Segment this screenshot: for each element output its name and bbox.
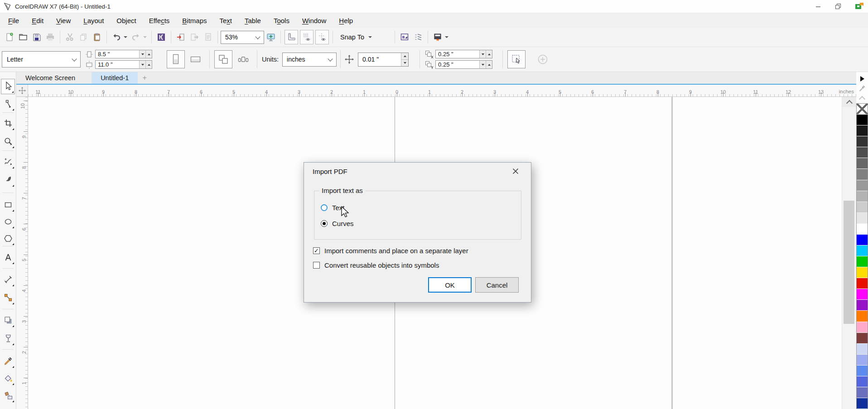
text-tool-icon[interactable] [1, 250, 15, 265]
color-swatch[interactable] [857, 300, 868, 311]
color-swatch[interactable] [857, 180, 868, 191]
decrement-icon[interactable] [479, 61, 486, 68]
scrollbar-thumb[interactable] [844, 201, 854, 324]
color-swatch[interactable] [857, 278, 868, 289]
application-launcher-icon[interactable] [398, 29, 411, 45]
convert-objects-option[interactable]: Convert reusable objects into symbols [313, 261, 439, 269]
landscape-button[interactable] [187, 50, 205, 68]
decrement-icon[interactable] [401, 59, 408, 66]
all-pages-button[interactable] [214, 50, 232, 68]
open-icon[interactable] [16, 29, 30, 45]
new-document-icon[interactable] [3, 29, 16, 45]
color-swatch[interactable] [857, 245, 868, 256]
color-swatch[interactable] [857, 355, 868, 366]
shape-tool-icon[interactable] [1, 96, 15, 111]
increment-icon[interactable] [145, 50, 152, 58]
search-content-icon[interactable] [154, 29, 168, 45]
increment-icon[interactable] [145, 61, 152, 68]
color-swatch[interactable] [857, 235, 868, 245]
page-height-input[interactable]: 11.0 " [95, 60, 152, 69]
duplicate-x-input[interactable]: 0.25 " [435, 50, 492, 58]
undo-icon[interactable] [110, 29, 123, 45]
chevron-down-icon[interactable] [445, 36, 448, 38]
cut-icon[interactable] [63, 29, 77, 45]
increment-icon[interactable] [401, 53, 408, 59]
crop-tool-icon[interactable] [1, 115, 15, 131]
parallel-dimension-tool-icon[interactable] [1, 272, 15, 287]
restore-icon[interactable] [828, 0, 848, 13]
paste-icon[interactable] [90, 29, 104, 45]
radio-curves-option[interactable]: Curves [321, 220, 354, 227]
rectangle-tool-icon[interactable] [1, 197, 15, 212]
zoom-tool-icon[interactable] [1, 134, 15, 149]
polygon-tool-icon[interactable] [1, 231, 15, 246]
palette-scroll-up-icon[interactable] [856, 93, 868, 102]
menu-text[interactable]: Text [213, 17, 239, 24]
current-page-button[interactable] [234, 50, 252, 68]
units-select[interactable]: inches [282, 53, 337, 67]
increment-icon[interactable] [486, 61, 492, 68]
menu-view[interactable]: View [50, 17, 77, 24]
tab-untitled-1[interactable]: Untitled-1 [92, 72, 138, 84]
menu-file[interactable]: File [2, 17, 25, 24]
smart-fill-tool-icon[interactable] [1, 388, 15, 403]
tab-welcome-screen[interactable]: Welcome Screen [16, 72, 84, 84]
color-swatch[interactable] [857, 311, 868, 322]
page-width-input[interactable]: 8.5 " [95, 50, 152, 58]
palette-flyout-icon[interactable] [856, 74, 868, 83]
snap-to-button[interactable]: Snap To [336, 34, 376, 41]
publish-pdf-icon[interactable] [201, 29, 215, 45]
page-size-select[interactable]: Letter [2, 51, 81, 67]
cancel-button[interactable]: Cancel [475, 277, 519, 293]
ellipse-tool-icon[interactable] [1, 214, 15, 229]
welcome-screen-toggle-icon[interactable] [431, 29, 444, 45]
color-swatch[interactable] [857, 267, 868, 278]
palette-eyedropper-icon[interactable] [856, 83, 868, 93]
color-swatch[interactable] [857, 224, 868, 235]
menu-layout[interactable]: Layout [77, 17, 110, 24]
transparency-tool-icon[interactable] [1, 331, 15, 346]
increment-icon[interactable] [486, 50, 492, 58]
zoom-level-select[interactable]: 53% [221, 31, 264, 44]
portrait-button[interactable] [167, 50, 185, 68]
redo-dropdown-icon[interactable] [143, 36, 147, 38]
fullscreen-preview-icon[interactable] [264, 29, 278, 45]
print-icon[interactable] [43, 29, 57, 45]
color-swatch[interactable] [857, 333, 868, 344]
checkbox-icon[interactable]: ✓ [313, 247, 320, 254]
show-rulers-icon[interactable] [285, 30, 298, 44]
color-eyedropper-tool-icon[interactable] [1, 353, 15, 369]
menu-tools[interactable]: Tools [267, 17, 296, 24]
nudge-distance-input[interactable]: 0.01 " [358, 53, 409, 67]
duplicate-y-input[interactable]: 0.25 " [435, 60, 492, 69]
swatch-none[interactable] [857, 104, 868, 115]
account-icon[interactable] [854, 1, 864, 11]
decrement-icon[interactable] [139, 61, 145, 68]
menu-table[interactable]: Table [238, 17, 267, 24]
menu-effects[interactable]: Effects [143, 17, 176, 24]
interactive-fill-tool-icon[interactable] [1, 371, 15, 386]
import-icon[interactable] [174, 29, 188, 45]
copy-icon[interactable] [77, 29, 90, 45]
freehand-tool-icon[interactable] [1, 154, 15, 169]
import-comments-option[interactable]: ✓ Import comments and place on a separat… [313, 247, 468, 255]
minimize-icon[interactable] [808, 0, 828, 13]
save-icon[interactable] [30, 29, 43, 45]
color-swatch[interactable] [857, 169, 868, 180]
straight-line-connector-tool-icon[interactable] [1, 290, 15, 305]
ruler-origin[interactable] [16, 85, 28, 97]
color-swatch[interactable] [857, 115, 868, 125]
options-icon[interactable] [411, 29, 425, 45]
color-swatch[interactable] [857, 158, 868, 169]
color-swatch[interactable] [857, 289, 868, 300]
show-grid-icon[interactable] [300, 30, 313, 44]
color-swatch[interactable] [857, 191, 868, 202]
color-swatch[interactable] [857, 213, 868, 224]
color-swatch[interactable] [857, 387, 868, 398]
dialog-title-bar[interactable]: Import PDF [304, 163, 531, 180]
vertical-ruler[interactable]: 10987654321 [16, 97, 28, 409]
decrement-icon[interactable] [139, 50, 145, 58]
treat-as-filled-button[interactable] [507, 50, 526, 68]
menu-window[interactable]: Window [296, 17, 333, 24]
scroll-up-icon[interactable] [842, 97, 856, 107]
